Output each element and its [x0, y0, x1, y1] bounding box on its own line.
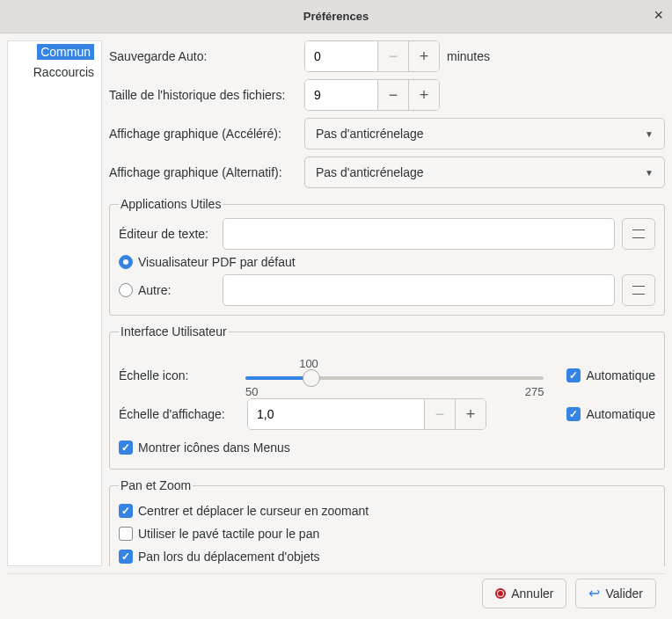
panmove-check[interactable]: Pan lors du déplacement d'objets [119, 550, 320, 564]
row-autosave: Sauvegarde Auto: − + minutes [109, 40, 665, 72]
editor-input[interactable] [223, 218, 615, 250]
canvasscale-label: Échelle d'affichage: [119, 407, 240, 421]
row-pdf-default: Visualisateur PDF par défaut [119, 250, 655, 274]
accel-combo[interactable]: Pas d'anticrénelage ▼ [304, 118, 665, 149]
autosave-label: Sauvegarde Auto: [109, 49, 297, 63]
cancel-button[interactable]: Annuler [482, 579, 566, 608]
radio-icon [119, 283, 133, 297]
apps-legend: Applications Utiles [119, 197, 223, 211]
checkbox-icon [119, 441, 133, 455]
row-menuicons: Montrer icônes dans Menus [119, 435, 655, 460]
apply-icon: ↩ [588, 586, 600, 601]
history-spinner: − + [304, 79, 440, 111]
row-panmove: Pan lors du déplacement d'objets [119, 545, 655, 566]
canvasscale-minus-button[interactable]: − [424, 399, 455, 429]
checkbox-icon [566, 368, 581, 382]
window-title: Préférences [303, 10, 369, 23]
content: Sauvegarde Auto: − + minutes Taille de l… [109, 40, 665, 566]
row-fallback: Affichage graphique (Alternatif): Pas d'… [109, 157, 665, 188]
iconscale-auto-check[interactable]: Automatique [566, 368, 655, 398]
sidebar-tab-shortcuts[interactable]: Raccourcis [8, 62, 101, 82]
panzoom-fieldset: Pan et Zoom Centrer et déplacer le curse… [109, 478, 665, 566]
row-accel: Affichage graphique (Accéléré): Pas d'an… [109, 118, 665, 149]
titlebar: Préférences × [0, 0, 672, 33]
panzoom-legend: Pan et Zoom [119, 478, 193, 492]
canvasscale-spinner: − + [247, 398, 486, 430]
fallback-label: Affichage graphique (Alternatif): [109, 165, 297, 179]
iconscale-slider[interactable]: 100 50 275 [240, 359, 549, 398]
history-label: Taille de l'historique des fichiers: [109, 88, 297, 102]
row-history: Taille de l'historique des fichiers: − + [109, 79, 665, 111]
row-center: Centrer et déplacer le curseur en zooman… [119, 499, 655, 522]
autosave-plus-button[interactable]: + [408, 41, 439, 71]
main-area: Commun Raccourcis Sauvegarde Auto: − + m… [0, 33, 672, 573]
ui-fieldset: Interface Utilisateur Échelle icon: 100 … [109, 324, 665, 470]
history-plus-button[interactable]: + [408, 80, 439, 110]
history-input[interactable] [305, 80, 377, 110]
menuicons-check[interactable]: Montrer icônes dans Menus [119, 441, 290, 455]
row-canvasscale: Échelle d'affichage: − + Automatique [119, 398, 655, 430]
checkbox-icon [566, 407, 581, 421]
canvasscale-auto-check[interactable]: Automatique [566, 407, 655, 421]
checkbox-icon [119, 527, 133, 541]
pdf-browse-button[interactable] [622, 274, 655, 306]
autosave-unit: minutes [447, 49, 490, 63]
autosave-input[interactable] [305, 41, 377, 71]
slider-value: 100 [299, 357, 318, 370]
autosave-minus-button[interactable]: − [377, 41, 408, 71]
dialog-footer: Annuler ↩ Valider [7, 573, 665, 612]
canvasscale-input[interactable] [248, 399, 424, 429]
radio-icon [119, 255, 133, 269]
slider-track [245, 376, 544, 380]
ui-legend: Interface Utilisateur [119, 324, 229, 339]
fallback-value: Pas d'anticrénelage [316, 165, 424, 179]
slider-fill [245, 376, 311, 380]
fallback-combo[interactable]: Pas d'anticrénelage ▼ [304, 157, 665, 188]
row-touchpad: Utiliser le pavé tactile pour le pan [119, 522, 655, 545]
iconscale-label: Échelle icon: [119, 368, 233, 398]
sidebar-tab-common[interactable]: Commun [8, 41, 101, 62]
pdf-other-radio[interactable]: Autre: [119, 283, 215, 297]
row-editor: Éditeur de texte: [119, 218, 655, 250]
touchpad-check[interactable]: Utiliser le pavé tactile pour le pan [119, 527, 319, 541]
chevron-down-icon: ▼ [645, 129, 654, 139]
folder-icon [632, 229, 645, 238]
ok-button[interactable]: ↩ Valider [575, 579, 656, 608]
editor-label: Éditeur de texte: [119, 227, 215, 241]
slider-range: 50 275 [245, 385, 544, 398]
folder-icon [632, 286, 645, 295]
sidebar: Commun Raccourcis [7, 40, 102, 566]
close-icon[interactable]: × [654, 7, 663, 23]
editor-browse-button[interactable] [622, 218, 655, 250]
pdf-other-input[interactable] [223, 274, 615, 306]
checkbox-icon [119, 504, 133, 518]
chevron-down-icon: ▼ [645, 168, 654, 178]
pdf-default-radio[interactable]: Visualisateur PDF par défaut [119, 255, 296, 269]
row-pdf-other: Autre: [119, 274, 655, 306]
history-minus-button[interactable]: − [377, 80, 408, 110]
apps-fieldset: Applications Utiles Éditeur de texte: Vi… [109, 197, 665, 316]
accel-label: Affichage graphique (Accéléré): [109, 127, 297, 141]
row-iconscale: Échelle icon: 100 50 275 Automatique [119, 346, 655, 398]
center-check[interactable]: Centrer et déplacer le curseur en zooman… [119, 504, 369, 518]
canvasscale-plus-button[interactable]: + [455, 399, 486, 429]
autosave-spinner: − + [304, 40, 440, 72]
cancel-icon [495, 588, 506, 599]
accel-value: Pas d'anticrénelage [316, 127, 424, 141]
checkbox-icon [119, 550, 133, 564]
slider-thumb[interactable] [303, 369, 320, 387]
